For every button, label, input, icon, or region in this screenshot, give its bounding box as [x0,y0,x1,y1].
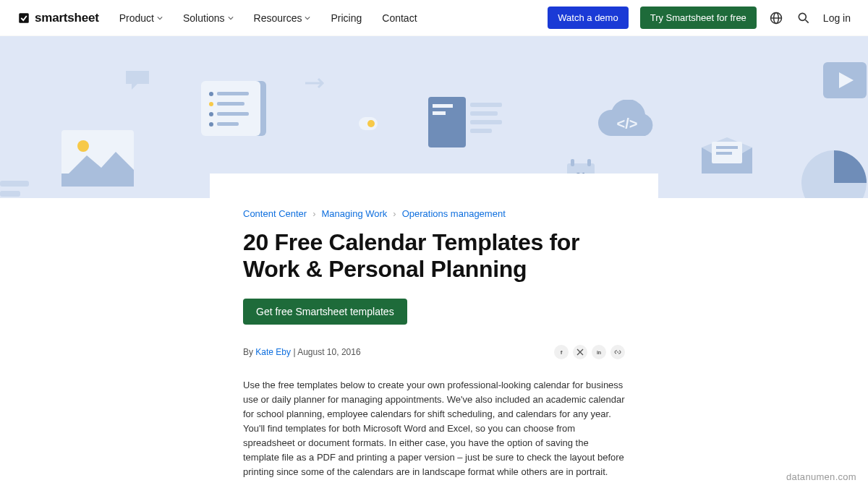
article-date: August 10, 2016 [297,347,360,357]
chevron-right-icon: › [393,208,396,219]
nav-menu: Product Solutions Resources Pricing Cont… [119,12,417,24]
search-icon[interactable] [796,10,812,26]
crumb-managing-work[interactable]: Managing Work [322,208,388,219]
line-icon [0,181,29,198]
arrow-icon [304,77,330,90]
svg-point-4 [799,13,806,20]
byline: By Kate Eby | August 10, 2016 [243,347,361,357]
try-free-button[interactable]: Try Smartsheet for free [640,7,757,29]
nav-resources[interactable]: Resources [254,12,311,24]
chevron-down-icon [157,15,163,21]
watermark: datanumen.com [786,471,856,482]
nav-contact[interactable]: Contact [382,12,417,24]
chevron-down-icon [228,15,234,21]
svg-rect-13 [217,102,244,106]
article-paragraph: Use the free templates below to create y… [243,378,625,480]
watch-demo-button[interactable]: Watch a demo [548,7,628,29]
svg-line-5 [805,20,808,22]
article-title: 20 Free Calendar Templates for Work & Pe… [243,229,625,283]
share-link-icon[interactable] [610,345,625,359]
article-body: Use the free templates below to create y… [243,378,625,488]
cloud-code-icon: </> [593,100,661,146]
svg-point-16 [209,122,213,127]
chevron-down-icon [305,15,310,21]
svg-text:in: in [597,350,601,355]
svg-rect-23 [470,103,502,107]
svg-rect-0 [19,13,29,23]
svg-rect-37 [716,146,738,149]
svg-rect-21 [433,104,453,108]
svg-rect-22 [433,111,446,115]
svg-rect-30 [571,159,574,166]
svg-point-14 [209,112,213,116]
crumb-operations[interactable]: Operations management [402,208,506,219]
share-bar: f in [554,345,625,359]
byline-row: By Kate Eby | August 10, 2016 f in [243,345,625,359]
svg-rect-42 [0,181,29,187]
svg-rect-15 [217,112,249,116]
svg-rect-43 [0,191,20,197]
mail-icon [702,137,752,179]
share-linkedin-icon[interactable]: in [592,345,606,359]
brand-name: smartsheet [35,11,99,25]
svg-point-10 [209,92,213,96]
svg-rect-38 [716,152,732,155]
svg-rect-17 [217,122,239,126]
logo-icon [17,12,30,25]
author-link[interactable]: Kate Eby [255,347,291,357]
language-icon[interactable] [768,10,784,26]
svg-rect-31 [587,159,591,166]
chat-icon [123,68,152,93]
svg-text:</>: </> [617,116,638,132]
svg-rect-25 [470,120,502,124]
share-x-icon[interactable] [573,345,587,359]
svg-rect-26 [470,129,492,133]
nav-right: Watch a demo Try Smartsheet for free Log… [548,7,851,29]
get-templates-button[interactable]: Get free Smartsheet templates [243,299,407,325]
crumb-content-center[interactable]: Content Center [243,208,307,219]
top-nav: smartsheet Product Solutions Resources P… [0,0,868,36]
login-link[interactable]: Log in [823,12,851,24]
svg-rect-24 [470,111,498,116]
doc-icon [428,97,508,153]
svg-rect-9 [201,81,260,136]
svg-point-7 [77,140,89,152]
pie-icon [801,150,867,198]
svg-point-19 [367,120,375,127]
logo[interactable]: smartsheet [17,11,99,25]
svg-text:f: f [561,349,563,356]
svg-point-12 [209,102,213,106]
dot-icon [359,117,378,130]
nav-product[interactable]: Product [119,12,163,24]
share-facebook-icon[interactable]: f [554,345,569,359]
image-icon [61,130,134,187]
chevron-right-icon: › [312,208,315,219]
nav-solutions[interactable]: Solutions [183,12,234,24]
play-card-icon [823,62,867,98]
list-card-icon [201,81,266,142]
article-card: Content Center › Managing Work › Operati… [210,174,658,488]
nav-pricing[interactable]: Pricing [331,12,362,24]
breadcrumbs: Content Center › Managing Work › Operati… [243,208,625,219]
svg-rect-11 [217,92,249,95]
